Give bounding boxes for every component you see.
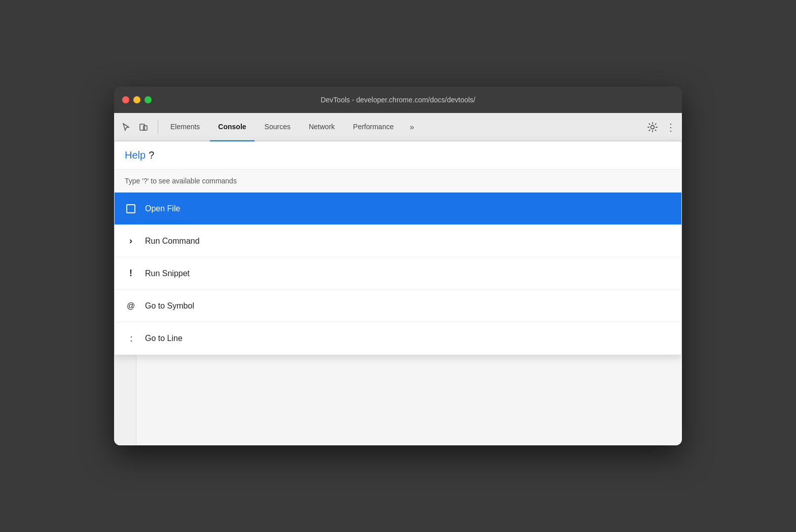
go-to-line-icon: : bbox=[125, 332, 137, 345]
devtools-panel: Elements Console Sources Network Perform… bbox=[114, 113, 682, 445]
tab-elements[interactable]: Elements bbox=[162, 113, 208, 141]
cp-item-go-to-symbol-label: Go to Symbol bbox=[145, 301, 194, 311]
toolbar-icon-group bbox=[118, 119, 152, 135]
cp-hint: Type '?' to see available commands bbox=[115, 170, 681, 193]
main-content-area: › Help ? Type '?' to see available comma… bbox=[114, 141, 682, 445]
window-title: DevTools - developer.chrome.com/docs/dev… bbox=[320, 96, 475, 104]
title-bar: DevTools - developer.chrome.com/docs/dev… bbox=[114, 87, 682, 113]
device-icon bbox=[139, 123, 148, 132]
cp-cursor-text: ? bbox=[149, 149, 154, 161]
cp-item-run-command[interactable]: › Run Command bbox=[115, 225, 681, 257]
tab-console[interactable]: Console bbox=[210, 113, 254, 141]
tab-network[interactable]: Network bbox=[301, 113, 343, 141]
toolbar-divider bbox=[158, 120, 158, 134]
cp-item-run-snippet-label: Run Snippet bbox=[145, 269, 190, 278]
cp-item-run-command-label: Run Command bbox=[145, 237, 200, 246]
cp-item-open-file-label: Open File bbox=[145, 204, 180, 213]
cp-item-open-file[interactable]: Open File bbox=[115, 193, 681, 225]
close-button[interactable] bbox=[122, 96, 129, 103]
traffic-lights bbox=[122, 96, 152, 103]
cursor-icon bbox=[122, 123, 131, 132]
command-palette-header: Help ? bbox=[115, 141, 681, 170]
cp-list: Open File › Run Command ! Run Snippet bbox=[115, 193, 681, 355]
cp-item-run-snippet[interactable]: ! Run Snippet bbox=[115, 257, 681, 290]
run-command-icon: › bbox=[125, 235, 137, 247]
toolbar-right: ⋮ bbox=[643, 118, 678, 136]
maximize-button[interactable] bbox=[144, 96, 152, 103]
settings-button[interactable] bbox=[643, 118, 662, 136]
svg-rect-1 bbox=[143, 126, 147, 130]
device-toggle-button[interactable] bbox=[135, 119, 152, 135]
tab-performance[interactable]: Performance bbox=[345, 113, 402, 141]
go-to-symbol-icon: @ bbox=[125, 300, 137, 312]
minimize-button[interactable] bbox=[133, 96, 140, 103]
command-palette: Help ? Type '?' to see available command… bbox=[114, 141, 682, 355]
devtools-window: DevTools - developer.chrome.com/docs/dev… bbox=[114, 87, 682, 445]
main-toolbar: Elements Console Sources Network Perform… bbox=[114, 113, 682, 141]
more-tabs-button[interactable]: » bbox=[404, 119, 420, 135]
svg-point-2 bbox=[651, 125, 655, 129]
cp-title: Help bbox=[125, 149, 146, 161]
run-snippet-icon: ! bbox=[125, 268, 137, 280]
overflow-menu-button[interactable]: ⋮ bbox=[664, 118, 678, 136]
cp-item-go-to-symbol[interactable]: @ Go to Symbol bbox=[115, 290, 681, 322]
gear-icon bbox=[647, 122, 658, 133]
cp-item-go-to-line[interactable]: : Go to Line bbox=[115, 322, 681, 355]
tab-sources[interactable]: Sources bbox=[257, 113, 299, 141]
open-file-icon bbox=[125, 203, 137, 215]
cp-item-go-to-line-label: Go to Line bbox=[145, 334, 183, 343]
cursor-tool-button[interactable] bbox=[118, 119, 134, 135]
